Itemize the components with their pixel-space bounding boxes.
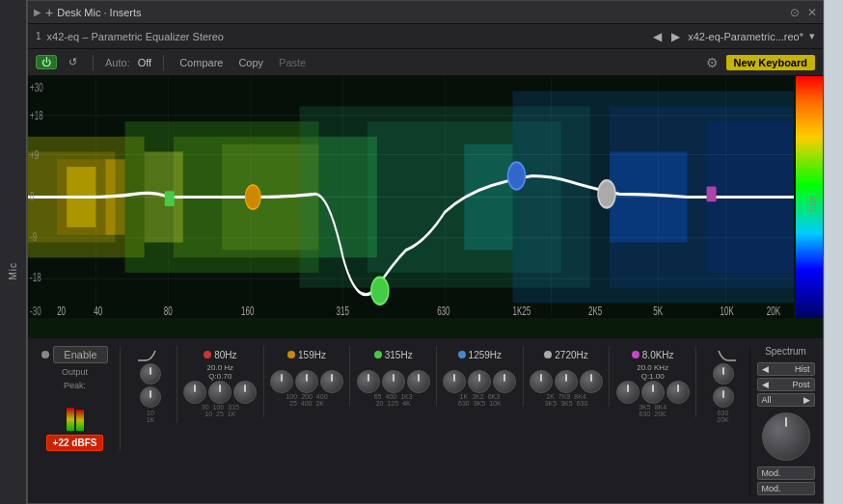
band-159hz-ranges2: 254002K <box>289 400 324 407</box>
lp-icon <box>709 347 738 362</box>
mod2-button[interactable]: Mod. <box>757 482 815 495</box>
plugin-selector-bar: 1 x42-eq – Parametric Equalizer Stereo ◀… <box>28 24 823 49</box>
new-keyboard-button[interactable]: New Keyboard <box>726 55 815 70</box>
add-insert-button[interactable]: + <box>45 5 53 20</box>
band-8khz-gain-knob[interactable] <box>616 381 639 404</box>
svg-text:20: 20 <box>57 304 66 317</box>
db-scale-label: dBS <box>807 195 817 211</box>
paste-button[interactable]: Paste <box>275 56 310 69</box>
copy-button[interactable]: Copy <box>234 56 267 69</box>
title-bar-text: Desk Mic · Inserts <box>57 7 782 18</box>
band-80hz-header: 80Hz <box>204 346 236 363</box>
svg-text:2K5: 2K5 <box>588 304 602 317</box>
pin-button[interactable]: ⊙ <box>790 6 800 19</box>
svg-text:5K: 5K <box>653 304 663 317</box>
band-80hz-q-knob[interactable] <box>233 381 257 404</box>
lp-knob-2[interactable] <box>713 386 734 408</box>
close-button[interactable]: ✕ <box>807 6 817 19</box>
band-1259hz-header: 1259Hz <box>458 346 502 363</box>
main-output-knob[interactable] <box>762 412 810 461</box>
power-button[interactable]: ⏻ <box>36 55 57 69</box>
settings-icon[interactable]: ⚙ <box>706 55 719 70</box>
svg-rect-36 <box>707 187 717 202</box>
bottom-controls: Enable Output Peak: +22 dBFS <box>28 337 823 503</box>
band-2720hz-header: 2720Hz <box>544 346 587 363</box>
band-315hz-q-knob[interactable] <box>407 370 430 393</box>
enable-button[interactable]: Enable <box>53 346 107 363</box>
collapse-arrow[interactable]: ▶ <box>34 7 41 17</box>
meter-right <box>76 410 84 431</box>
eq-display: +30 +18 +9 0 -9 -18 -30 20 40 80 160 315… <box>28 76 823 337</box>
prev-plugin-button[interactable]: ◀ <box>651 30 664 43</box>
band-1259hz-gain-knob[interactable] <box>443 370 466 393</box>
band-8khz-section: 8.0KHz 20.0 KHz Q:1.00 3K58K4 63020K <box>610 346 696 417</box>
lp-knob-1[interactable] <box>713 363 734 385</box>
next-plugin-button[interactable]: ▶ <box>669 30 682 43</box>
post-button[interactable]: ◀ Post <box>757 378 815 391</box>
band-1259hz-ranges: 1K3K26K3 <box>460 393 501 400</box>
band-159hz-q-knob[interactable] <box>320 370 343 393</box>
band-8khz-q-knob[interactable] <box>666 381 690 404</box>
band-159hz-gain-knob[interactable] <box>270 370 293 393</box>
svg-text:630: 630 <box>437 304 450 317</box>
band-80hz-freq-knob[interactable] <box>208 381 231 404</box>
hp-knob-2[interactable] <box>140 386 161 408</box>
lp-filter-section: 630 20K <box>696 346 749 423</box>
band-80hz-knobs <box>183 381 257 404</box>
hp-filter-section: 10 1K <box>124 346 177 423</box>
band-2720hz-section: 2720Hz 2K7K98K4 3K53K5630 <box>524 346 611 407</box>
svg-text:315: 315 <box>337 304 350 317</box>
svg-point-34 <box>508 162 526 189</box>
svg-text:80: 80 <box>164 304 173 317</box>
hp-knob-1[interactable] <box>140 363 161 385</box>
plugin-name[interactable]: x42-eq – Parametric Equalizer Stereo <box>47 31 646 42</box>
mod2-label: Mod. <box>762 484 781 493</box>
band-1259hz-info <box>478 363 480 370</box>
band-1259hz-section: 1259Hz 1K3K26K3 6303K510K <box>437 346 524 407</box>
title-bar: ▶ + Desk Mic · Inserts ⊙ ✕ <box>28 1 823 24</box>
compare-button[interactable]: Compare <box>176 56 227 69</box>
band-8khz-knobs <box>616 381 690 404</box>
svg-text:10K: 10K <box>721 304 734 317</box>
band-80hz-ranges2: 10251K <box>204 411 235 417</box>
band-1259hz-q-knob[interactable] <box>493 370 516 393</box>
band-315hz-label: 315Hz <box>385 350 413 360</box>
band-159hz-label: 159Hz <box>298 350 326 360</box>
band-2720hz-label: 2720Hz <box>555 350 587 360</box>
plugin-window: ▶ + Desk Mic · Inserts ⊙ ✕ 1 x42-eq – Pa… <box>27 0 824 504</box>
auto-value[interactable]: Off <box>138 57 151 68</box>
plugin-menu-arrow[interactable]: ▾ <box>809 30 815 42</box>
band-80hz-gain-knob[interactable] <box>183 381 206 404</box>
eq-spectrum-svg: +30 +18 +9 0 -9 -18 -30 20 40 80 160 315… <box>28 76 794 318</box>
band-8khz-dot <box>632 351 639 358</box>
band-8khz-header: 8.0KHz <box>632 346 674 363</box>
hist-button[interactable]: ◀ Hist <box>757 362 815 376</box>
band-1259hz-dot <box>458 351 466 358</box>
hp-knobs <box>140 363 161 408</box>
all-button[interactable]: All ▶ <box>757 393 815 407</box>
toolbar: ⏻ ↺ Auto: Off Compare Copy Paste ⚙ New K… <box>28 49 823 76</box>
band-159hz-header: 159Hz <box>287 346 326 363</box>
band-159hz-freq-knob[interactable] <box>295 370 318 393</box>
auto-label: Auto: <box>105 57 130 68</box>
controls-row: Enable Output Peak: +22 dBFS <box>34 342 817 499</box>
band-1259hz-knobs <box>443 370 516 393</box>
band-2720hz-q-knob[interactable] <box>580 370 603 393</box>
mod1-label: Mod. <box>762 468 781 478</box>
band-315hz-gain-knob[interactable] <box>357 370 380 393</box>
band-8khz-freq-knob[interactable] <box>641 381 665 404</box>
peak-display[interactable]: +22 dBFS <box>46 435 104 451</box>
svg-text:160: 160 <box>241 304 255 317</box>
svg-text:+30: +30 <box>30 80 43 93</box>
band-159hz-dot <box>287 351 295 358</box>
bypass-button[interactable]: ↺ <box>65 55 81 69</box>
all-arrow: ▶ <box>803 395 810 405</box>
svg-text:+18: +18 <box>30 109 43 122</box>
mod1-button[interactable]: Mod. <box>757 466 815 480</box>
band-1259hz-freq-knob[interactable] <box>468 370 491 393</box>
hp-freq-labels: 10 1K <box>147 410 155 423</box>
svg-rect-31 <box>165 191 175 206</box>
band-2720hz-gain-knob[interactable] <box>530 370 553 393</box>
band-315hz-freq-knob[interactable] <box>382 370 405 393</box>
band-2720hz-freq-knob[interactable] <box>555 370 578 393</box>
